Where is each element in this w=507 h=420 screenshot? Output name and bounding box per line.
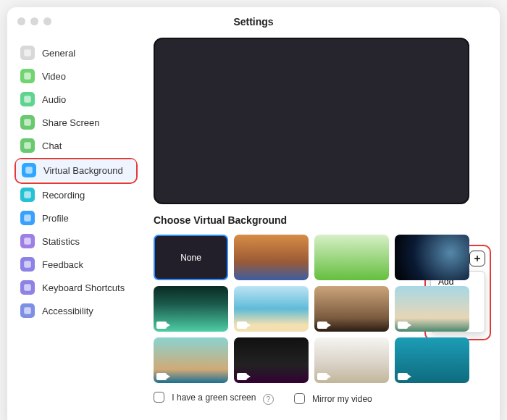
sidebar-item-audio[interactable]: Audio — [14, 88, 138, 110]
accessibility-icon — [20, 303, 35, 318]
plus-icon: ＋ — [472, 252, 482, 265]
sidebar-item-accessibility[interactable]: Accessibility — [14, 300, 138, 322]
sidebar-item-feedback[interactable]: Feedback — [14, 253, 138, 275]
svg-rect-3 — [24, 119, 31, 126]
page-title: Settings — [233, 16, 273, 28]
sidebar-item-label: Statistics — [42, 236, 80, 247]
background-thumb[interactable] — [234, 286, 309, 332]
headphones-icon — [20, 92, 35, 106]
sidebar-item-label: Video — [42, 71, 66, 82]
sidebar-item-label: Chat — [42, 140, 62, 151]
keyboard-icon — [20, 280, 35, 295]
add-background-button[interactable]: ＋ — [469, 251, 485, 266]
chat-bubble-icon — [20, 138, 35, 153]
sidebar-item-label: Audio — [42, 94, 66, 105]
sidebar-item-label: General — [42, 48, 75, 59]
record-icon — [20, 188, 35, 202]
mirror-checkbox[interactable] — [294, 393, 305, 404]
sidebar-item-statistics[interactable]: Statistics — [14, 230, 138, 252]
share-screen-icon — [20, 115, 35, 130]
background-thumb[interactable] — [395, 337, 469, 383]
smiley-icon — [20, 257, 35, 272]
sidebar-item-share-screen[interactable]: Share Screen — [14, 112, 138, 133]
thumb-label: None — [180, 253, 201, 263]
sidebar-item-label: Virtual Background — [43, 165, 123, 176]
green-screen-label: I have a green screen — [172, 392, 256, 403]
background-thumb[interactable] — [154, 286, 228, 332]
sidebar-item-label: Recording — [42, 190, 85, 201]
sidebar-item-label: Accessibility — [42, 306, 93, 316]
sidebar: GeneralVideoAudioShare ScreenChatVirtual… — [7, 36, 143, 420]
minimize-dot[interactable] — [30, 17, 38, 25]
svg-rect-4 — [24, 142, 31, 149]
sidebar-item-profile[interactable]: Profile — [14, 207, 138, 229]
sidebar-item-label: Keyboard Shortcuts — [42, 282, 125, 293]
sidebar-item-chat[interactable]: Chat — [14, 135, 138, 156]
svg-rect-9 — [24, 261, 31, 268]
green-screen-checkbox[interactable] — [154, 392, 164, 403]
zoom-dot[interactable] — [43, 17, 51, 25]
svg-rect-7 — [24, 214, 31, 222]
svg-rect-5 — [25, 167, 33, 174]
video-preview — [154, 38, 469, 204]
svg-rect-10 — [24, 284, 31, 291]
svg-rect-11 — [24, 307, 31, 314]
main-panel: Choose Virtual Background ＋ Add Image Ad… — [143, 36, 500, 420]
mirror-option[interactable]: Mirror my video — [294, 393, 372, 404]
background-thumb[interactable] — [395, 286, 469, 332]
green-screen-option[interactable]: I have a green screen ? — [154, 392, 274, 405]
background-thumb[interactable] — [314, 286, 389, 332]
background-thumb[interactable] — [154, 337, 228, 383]
section-title: Choose Virtual Background — [154, 214, 287, 226]
background-thumb[interactable] — [395, 235, 469, 280]
sidebar-item-label: Feedback — [42, 259, 83, 270]
background-thumb[interactable] — [234, 235, 309, 280]
settings-window: Settings GeneralVideoAudioShare ScreenCh… — [7, 7, 500, 420]
close-dot[interactable] — [17, 17, 25, 25]
background-thumb[interactable] — [314, 337, 389, 383]
sidebar-item-label: Profile — [42, 213, 69, 224]
title-bar: Settings — [7, 7, 500, 36]
sidebar-item-video[interactable]: Video — [14, 65, 138, 87]
svg-rect-2 — [24, 96, 31, 103]
mirror-label: Mirror my video — [312, 394, 372, 404]
sidebar-item-general[interactable]: General — [14, 42, 138, 64]
sidebar-item-recording[interactable]: Recording — [14, 184, 138, 206]
sidebar-item-virtual-background[interactable]: Virtual Background — [16, 159, 136, 181]
video-camera-icon — [20, 69, 35, 83]
window-controls — [17, 17, 51, 25]
background-thumb[interactable] — [234, 337, 309, 383]
svg-rect-1 — [24, 72, 31, 80]
svg-rect-0 — [24, 49, 31, 56]
person-backdrop-icon — [22, 163, 36, 177]
gear-icon — [20, 46, 35, 60]
help-icon[interactable]: ? — [263, 394, 274, 405]
sidebar-item-keyboard-shortcuts[interactable]: Keyboard Shortcuts — [14, 277, 138, 298]
background-thumb[interactable] — [314, 235, 389, 280]
svg-rect-6 — [24, 191, 31, 198]
sidebar-item-label: Share Screen — [42, 117, 100, 128]
background-grid: None — [154, 235, 469, 383]
person-icon — [20, 211, 35, 225]
background-thumb-none[interactable]: None — [154, 235, 228, 280]
svg-rect-8 — [24, 238, 31, 245]
bar-chart-icon — [20, 234, 35, 248]
